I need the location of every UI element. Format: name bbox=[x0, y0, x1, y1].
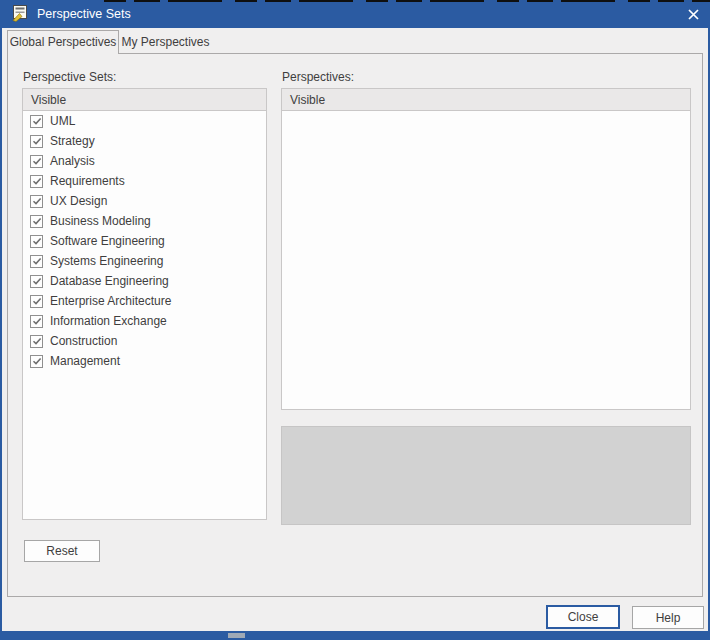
check-icon bbox=[32, 116, 42, 126]
list-item-label: UML bbox=[50, 114, 75, 128]
list-item-label: UX Design bbox=[50, 194, 107, 208]
visible-column-header[interactable]: Visible bbox=[282, 89, 690, 111]
close-button[interactable]: Close bbox=[546, 605, 620, 629]
tab-my-perspectives[interactable]: My Perspectives bbox=[119, 32, 212, 53]
list-item-label: Analysis bbox=[50, 154, 95, 168]
checkbox[interactable] bbox=[30, 195, 43, 208]
list-item-label: Information Exchange bbox=[50, 314, 167, 328]
reset-button[interactable]: Reset bbox=[24, 540, 100, 562]
check-icon bbox=[32, 316, 42, 326]
check-icon bbox=[32, 356, 42, 366]
perspectives-label: Perspectives: bbox=[282, 70, 354, 84]
checkbox[interactable] bbox=[30, 335, 43, 348]
check-icon bbox=[32, 336, 42, 346]
checkbox[interactable] bbox=[30, 295, 43, 308]
perspective-sets-list: Visible UMLStrategyAnalysisRequirementsU… bbox=[22, 88, 267, 520]
check-icon bbox=[32, 216, 42, 226]
check-icon bbox=[32, 256, 42, 266]
list-item[interactable]: Strategy bbox=[23, 131, 266, 151]
perspective-sets-label: Perspective Sets: bbox=[23, 70, 116, 84]
disabled-detail-area bbox=[281, 426, 691, 525]
list-item[interactable]: Business Modeling bbox=[23, 211, 266, 231]
perspective-sets-list-body: UMLStrategyAnalysisRequirementsUX Design… bbox=[23, 111, 266, 519]
checkbox[interactable] bbox=[30, 255, 43, 268]
list-item-label: Database Engineering bbox=[50, 274, 169, 288]
perspective-sets-dialog: Perspective Sets Global Perspectives My … bbox=[0, 0, 710, 640]
list-item-label: Systems Engineering bbox=[50, 254, 163, 268]
checkbox[interactable] bbox=[30, 155, 43, 168]
tab-global-perspectives[interactable]: Global Perspectives bbox=[7, 30, 119, 54]
check-icon bbox=[32, 276, 42, 286]
close-icon[interactable] bbox=[685, 7, 701, 22]
checkbox[interactable] bbox=[30, 175, 43, 188]
list-item-label: Construction bbox=[50, 334, 117, 348]
checkbox[interactable] bbox=[30, 235, 43, 248]
check-icon bbox=[32, 196, 42, 206]
background-window-notch bbox=[228, 633, 245, 638]
list-item-label: Management bbox=[50, 354, 120, 368]
background-window-artifacts bbox=[104, 0, 710, 2]
check-icon bbox=[32, 136, 42, 146]
list-item[interactable]: Software Engineering bbox=[23, 231, 266, 251]
perspective-sets-app-icon bbox=[12, 5, 29, 22]
list-item[interactable]: UML bbox=[23, 111, 266, 131]
check-icon bbox=[32, 176, 42, 186]
list-item[interactable]: Information Exchange bbox=[23, 311, 266, 331]
check-icon bbox=[32, 156, 42, 166]
checkbox[interactable] bbox=[30, 355, 43, 368]
list-item[interactable]: Construction bbox=[23, 331, 266, 351]
checkbox[interactable] bbox=[30, 115, 43, 128]
list-item[interactable]: Requirements bbox=[23, 171, 266, 191]
visible-column-header[interactable]: Visible bbox=[23, 89, 266, 111]
perspectives-list-body bbox=[282, 111, 690, 409]
list-item-label: Business Modeling bbox=[50, 214, 151, 228]
perspectives-list: Visible bbox=[281, 88, 691, 410]
window-title: Perspective Sets bbox=[37, 0, 131, 28]
checkbox[interactable] bbox=[30, 275, 43, 288]
list-item[interactable]: Analysis bbox=[23, 151, 266, 171]
background-window-strip bbox=[0, 633, 710, 640]
list-item[interactable]: Enterprise Architecture bbox=[23, 291, 266, 311]
list-item[interactable]: UX Design bbox=[23, 191, 266, 211]
titlebar[interactable]: Perspective Sets bbox=[0, 0, 710, 28]
list-item[interactable]: Database Engineering bbox=[23, 271, 266, 291]
list-item-label: Enterprise Architecture bbox=[50, 294, 171, 308]
checkbox[interactable] bbox=[30, 215, 43, 228]
list-item[interactable]: Management bbox=[23, 351, 266, 371]
list-item-label: Strategy bbox=[50, 134, 95, 148]
list-item-label: Software Engineering bbox=[50, 234, 165, 248]
list-item-label: Requirements bbox=[50, 174, 125, 188]
check-icon bbox=[32, 296, 42, 306]
check-icon bbox=[32, 236, 42, 246]
help-button[interactable]: Help bbox=[632, 606, 704, 629]
checkbox[interactable] bbox=[30, 315, 43, 328]
checkbox[interactable] bbox=[30, 135, 43, 148]
list-item[interactable]: Systems Engineering bbox=[23, 251, 266, 271]
